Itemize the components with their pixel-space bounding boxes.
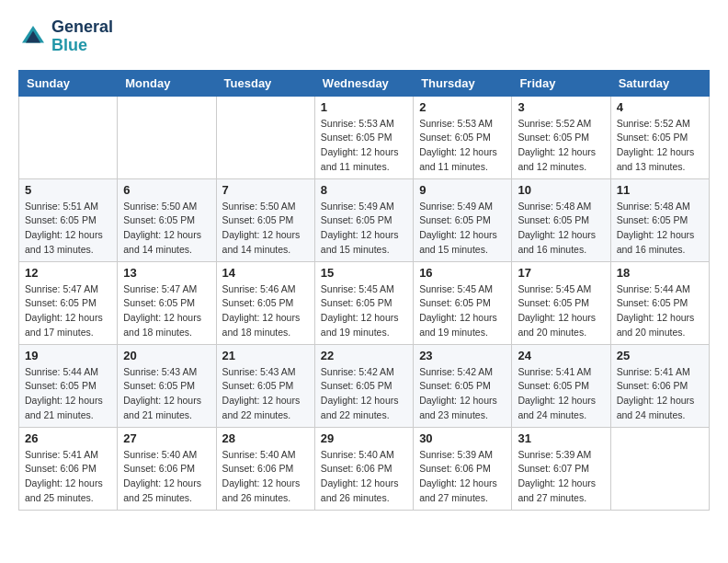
day-number: 27: [123, 431, 210, 445]
day-info: Sunrise: 5:45 AM Sunset: 6:05 PM Dayligh…: [419, 282, 506, 340]
day-info: Sunrise: 5:41 AM Sunset: 6:05 PM Dayligh…: [518, 365, 604, 423]
calendar-cell: 3Sunrise: 5:52 AM Sunset: 6:05 PM Daylig…: [512, 96, 610, 178]
day-number: 24: [518, 349, 604, 362]
day-info: Sunrise: 5:53 AM Sunset: 6:05 PM Dayligh…: [321, 117, 407, 175]
day-number: 16: [419, 266, 506, 280]
calendar-week-row: 12Sunrise: 5:47 AM Sunset: 6:05 PM Dayli…: [19, 261, 710, 344]
calendar-cell: 16Sunrise: 5:45 AM Sunset: 6:05 PM Dayli…: [414, 261, 512, 344]
calendar-cell: 17Sunrise: 5:45 AM Sunset: 6:05 PM Dayli…: [512, 261, 610, 344]
day-number: 6: [123, 183, 210, 197]
day-number: 19: [25, 349, 111, 362]
calendar-cell: 26Sunrise: 5:41 AM Sunset: 6:06 PM Dayli…: [19, 427, 118, 510]
calendar-cell: 22Sunrise: 5:42 AM Sunset: 6:05 PM Dayli…: [314, 344, 413, 427]
calendar-cell: 5Sunrise: 5:51 AM Sunset: 6:05 PM Daylig…: [19, 178, 118, 261]
day-info: Sunrise: 5:40 AM Sunset: 6:06 PM Dayligh…: [123, 448, 210, 506]
calendar-cell: 28Sunrise: 5:40 AM Sunset: 6:06 PM Dayli…: [216, 427, 314, 510]
day-info: Sunrise: 5:48 AM Sunset: 6:05 PM Dayligh…: [518, 200, 604, 258]
day-number: 30: [419, 431, 506, 445]
calendar-week-row: 5Sunrise: 5:51 AM Sunset: 6:05 PM Daylig…: [19, 178, 710, 261]
day-info: Sunrise: 5:50 AM Sunset: 6:05 PM Dayligh…: [222, 200, 309, 258]
calendar-cell: [610, 427, 709, 510]
calendar-cell: 19Sunrise: 5:44 AM Sunset: 6:05 PM Dayli…: [19, 344, 118, 427]
day-number: 13: [123, 266, 210, 280]
logo-text: General Blue: [51, 18, 113, 55]
calendar-cell: 8Sunrise: 5:49 AM Sunset: 6:05 PM Daylig…: [314, 178, 413, 261]
day-info: Sunrise: 5:40 AM Sunset: 6:06 PM Dayligh…: [222, 448, 309, 506]
day-number: 8: [321, 183, 407, 197]
calendar-cell: 21Sunrise: 5:43 AM Sunset: 6:05 PM Dayli…: [216, 344, 314, 427]
day-number: 12: [25, 266, 111, 280]
calendar-cell: 25Sunrise: 5:41 AM Sunset: 6:06 PM Dayli…: [610, 344, 709, 427]
logo: General Blue: [18, 18, 113, 55]
day-info: Sunrise: 5:39 AM Sunset: 6:07 PM Dayligh…: [518, 448, 604, 506]
day-info: Sunrise: 5:43 AM Sunset: 6:05 PM Dayligh…: [222, 365, 309, 423]
day-info: Sunrise: 5:50 AM Sunset: 6:05 PM Dayligh…: [123, 200, 210, 258]
day-info: Sunrise: 5:45 AM Sunset: 6:05 PM Dayligh…: [321, 282, 407, 340]
calendar-cell: 24Sunrise: 5:41 AM Sunset: 6:05 PM Dayli…: [512, 344, 610, 427]
day-number: 10: [518, 183, 604, 197]
weekday-header-monday: Monday: [118, 70, 216, 96]
calendar-cell: 1Sunrise: 5:53 AM Sunset: 6:05 PM Daylig…: [314, 96, 413, 178]
calendar-cell: [216, 96, 314, 178]
day-info: Sunrise: 5:42 AM Sunset: 6:05 PM Dayligh…: [419, 365, 506, 423]
day-info: Sunrise: 5:41 AM Sunset: 6:06 PM Dayligh…: [25, 448, 111, 506]
day-info: Sunrise: 5:48 AM Sunset: 6:05 PM Dayligh…: [617, 200, 703, 258]
day-number: 29: [321, 431, 407, 445]
day-info: Sunrise: 5:44 AM Sunset: 6:05 PM Dayligh…: [25, 365, 111, 423]
day-info: Sunrise: 5:49 AM Sunset: 6:05 PM Dayligh…: [419, 200, 506, 258]
day-info: Sunrise: 5:46 AM Sunset: 6:05 PM Dayligh…: [222, 282, 309, 340]
day-number: 7: [222, 183, 309, 197]
day-number: 14: [222, 266, 309, 280]
calendar-cell: 30Sunrise: 5:39 AM Sunset: 6:06 PM Dayli…: [414, 427, 512, 510]
day-info: Sunrise: 5:45 AM Sunset: 6:05 PM Dayligh…: [518, 282, 604, 340]
day-number: 9: [419, 183, 506, 197]
calendar-cell: 18Sunrise: 5:44 AM Sunset: 6:05 PM Dayli…: [610, 261, 709, 344]
day-number: 18: [617, 266, 703, 280]
calendar-cell: 14Sunrise: 5:46 AM Sunset: 6:05 PM Dayli…: [216, 261, 314, 344]
day-number: 21: [222, 349, 309, 362]
logo-icon: [18, 22, 48, 52]
day-info: Sunrise: 5:40 AM Sunset: 6:06 PM Dayligh…: [321, 448, 407, 506]
calendar-cell: 9Sunrise: 5:49 AM Sunset: 6:05 PM Daylig…: [414, 178, 512, 261]
day-info: Sunrise: 5:42 AM Sunset: 6:05 PM Dayligh…: [321, 365, 407, 423]
day-info: Sunrise: 5:41 AM Sunset: 6:06 PM Dayligh…: [617, 365, 703, 423]
calendar-cell: 11Sunrise: 5:48 AM Sunset: 6:05 PM Dayli…: [610, 178, 709, 261]
day-info: Sunrise: 5:43 AM Sunset: 6:05 PM Dayligh…: [123, 365, 210, 423]
page-header: General Blue: [18, 18, 710, 55]
calendar-cell: [118, 96, 216, 178]
calendar-cell: 23Sunrise: 5:42 AM Sunset: 6:05 PM Dayli…: [414, 344, 512, 427]
day-number: 15: [321, 266, 407, 280]
day-info: Sunrise: 5:52 AM Sunset: 6:05 PM Dayligh…: [518, 117, 604, 175]
calendar-cell: 15Sunrise: 5:45 AM Sunset: 6:05 PM Dayli…: [314, 261, 413, 344]
day-info: Sunrise: 5:47 AM Sunset: 6:05 PM Dayligh…: [123, 282, 210, 340]
calendar-cell: [19, 96, 118, 178]
weekday-header-friday: Friday: [512, 70, 610, 96]
calendar-week-row: 1Sunrise: 5:53 AM Sunset: 6:05 PM Daylig…: [19, 96, 710, 178]
calendar-cell: 10Sunrise: 5:48 AM Sunset: 6:05 PM Dayli…: [512, 178, 610, 261]
day-info: Sunrise: 5:39 AM Sunset: 6:06 PM Dayligh…: [419, 448, 506, 506]
calendar-cell: 4Sunrise: 5:52 AM Sunset: 6:05 PM Daylig…: [610, 96, 709, 178]
calendar-cell: 29Sunrise: 5:40 AM Sunset: 6:06 PM Dayli…: [314, 427, 413, 510]
calendar-cell: 2Sunrise: 5:53 AM Sunset: 6:05 PM Daylig…: [414, 96, 512, 178]
calendar-header-row: SundayMondayTuesdayWednesdayThursdayFrid…: [19, 70, 710, 96]
weekday-header-tuesday: Tuesday: [216, 70, 314, 96]
calendar-cell: 6Sunrise: 5:50 AM Sunset: 6:05 PM Daylig…: [118, 178, 216, 261]
day-number: 4: [617, 100, 703, 114]
calendar-table: SundayMondayTuesdayWednesdayThursdayFrid…: [18, 70, 710, 511]
day-number: 22: [321, 349, 407, 362]
calendar-cell: 12Sunrise: 5:47 AM Sunset: 6:05 PM Dayli…: [19, 261, 118, 344]
day-number: 1: [321, 100, 407, 114]
day-number: 31: [518, 431, 604, 445]
calendar-week-row: 19Sunrise: 5:44 AM Sunset: 6:05 PM Dayli…: [19, 344, 710, 427]
day-number: 20: [123, 349, 210, 362]
day-number: 25: [617, 349, 703, 362]
day-info: Sunrise: 5:53 AM Sunset: 6:05 PM Dayligh…: [419, 117, 506, 175]
day-info: Sunrise: 5:52 AM Sunset: 6:05 PM Dayligh…: [617, 117, 703, 175]
calendar-cell: 7Sunrise: 5:50 AM Sunset: 6:05 PM Daylig…: [216, 178, 314, 261]
weekday-header-wednesday: Wednesday: [314, 70, 413, 96]
day-info: Sunrise: 5:44 AM Sunset: 6:05 PM Dayligh…: [617, 282, 703, 340]
day-number: 26: [25, 431, 111, 445]
day-info: Sunrise: 5:51 AM Sunset: 6:05 PM Dayligh…: [25, 200, 111, 258]
weekday-header-thursday: Thursday: [414, 70, 512, 96]
calendar-cell: 31Sunrise: 5:39 AM Sunset: 6:07 PM Dayli…: [512, 427, 610, 510]
